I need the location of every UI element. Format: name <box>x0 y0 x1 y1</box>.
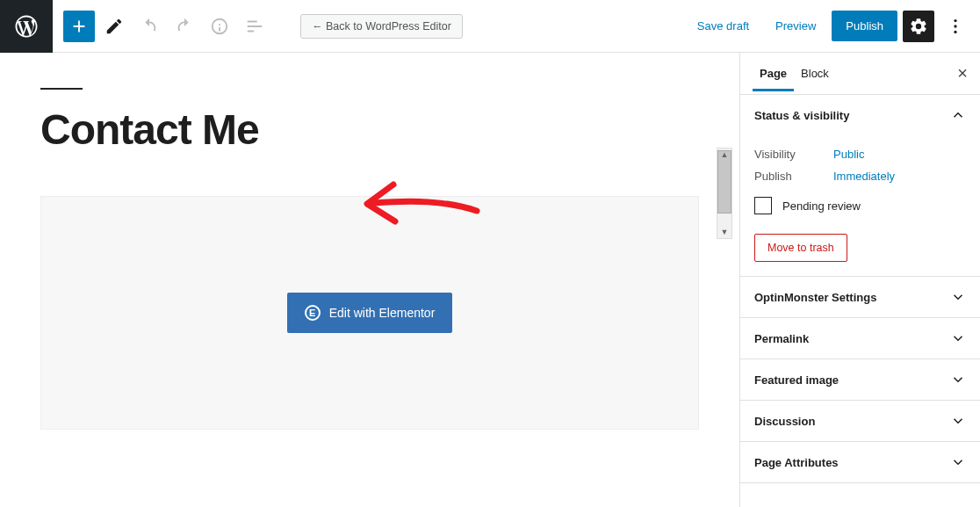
panel-title: Permalink <box>754 332 809 345</box>
panel-title: Featured image <box>754 373 839 387</box>
move-to-trash-button[interactable]: Move to trash <box>754 234 847 262</box>
chevron-down-icon <box>950 372 966 387</box>
tab-block[interactable]: Block <box>794 55 836 91</box>
svg-point-2 <box>954 30 956 33</box>
publish-button[interactable]: Publish <box>832 11 897 41</box>
edit-mode-button[interactable] <box>98 11 130 42</box>
toolbar-left: ← Back to WordPress Editor <box>53 11 463 42</box>
panel-title: Discussion <box>754 415 815 428</box>
panel-header-optinmonster[interactable]: OptinMonster Settings <box>740 277 980 317</box>
panel-featured-image: Featured image <box>740 359 980 401</box>
panel-title: Status & visibility <box>754 109 849 122</box>
panel-permalink: Permalink <box>740 318 980 359</box>
panel-title: Page Attributes <box>754 456 839 469</box>
list-view-button[interactable] <box>239 11 270 42</box>
vertical-scrollbar[interactable]: ▲ ▼ <box>717 148 732 239</box>
panel-body-status: Visibility Public Publish Immediately Pe… <box>740 135 980 276</box>
editor-canvas: Contact Me E Edit with Elementor ▲ ▼ <box>0 53 739 507</box>
pending-review-checkbox[interactable] <box>754 197 772 214</box>
panel-header-page-attributes[interactable]: Page Attributes <box>740 442 980 482</box>
preview-button[interactable]: Preview <box>765 12 826 40</box>
toolbar-right: Save draft Preview Publish <box>687 11 980 42</box>
chevron-down-icon <box>950 454 966 470</box>
elementor-placeholder: E Edit with Elementor <box>40 196 699 430</box>
redo-button[interactable] <box>169 11 200 42</box>
top-toolbar: ← Back to WordPress Editor Save draft Pr… <box>0 0 980 53</box>
scroll-down-icon[interactable]: ▼ <box>717 226 731 238</box>
panel-header-discussion[interactable]: Discussion <box>740 401 980 441</box>
scroll-up-icon[interactable]: ▲ <box>717 148 731 161</box>
chevron-down-icon <box>950 330 966 346</box>
tab-page[interactable]: Page <box>753 55 794 91</box>
panel-header-featured-image[interactable]: Featured image <box>740 359 980 400</box>
wordpress-logo[interactable] <box>0 0 53 53</box>
page-title[interactable]: Contact Me <box>40 105 699 154</box>
undo-button[interactable] <box>133 11 165 42</box>
elementor-icon: E <box>305 305 321 321</box>
pending-review-label: Pending review <box>782 199 861 213</box>
panel-header-permalink[interactable]: Permalink <box>740 318 980 359</box>
save-draft-button[interactable]: Save draft <box>687 12 760 40</box>
publish-label: Publish <box>754 170 833 183</box>
publish-value[interactable]: Immediately <box>833 170 895 183</box>
panel-status-visibility: Status & visibility Visibility Public Pu… <box>740 95 980 277</box>
chevron-up-icon <box>950 107 966 123</box>
edit-with-elementor-button[interactable]: E Edit with Elementor <box>287 293 453 333</box>
visibility-label: Visibility <box>754 148 833 161</box>
elementor-button-label: Edit with Elementor <box>329 306 436 320</box>
chevron-down-icon <box>950 289 966 305</box>
page-title-block[interactable]: Contact Me <box>40 88 699 154</box>
panel-optinmonster: OptinMonster Settings <box>740 277 980 318</box>
chevron-down-icon <box>950 413 966 429</box>
panel-page-attributes: Page Attributes <box>740 442 980 483</box>
visibility-value[interactable]: Public <box>833 148 864 161</box>
panel-title: OptinMonster Settings <box>754 291 876 304</box>
settings-button[interactable] <box>903 11 934 42</box>
pending-review-row[interactable]: Pending review <box>754 197 966 214</box>
settings-sidebar: Page Block × Status & visibility Visibil… <box>739 53 980 507</box>
close-sidebar-button[interactable]: × <box>957 63 968 83</box>
more-options-button[interactable] <box>940 11 971 42</box>
sidebar-tabs: Page Block × <box>740 53 980 95</box>
info-button[interactable] <box>204 11 235 42</box>
back-to-wp-editor-button[interactable]: ← Back to WordPress Editor <box>300 14 463 39</box>
panel-header-status[interactable]: Status & visibility <box>740 95 980 135</box>
add-block-button[interactable] <box>63 11 95 42</box>
panel-discussion: Discussion <box>740 401 980 442</box>
svg-point-0 <box>954 18 956 21</box>
title-rule <box>40 88 83 90</box>
svg-point-1 <box>954 25 956 27</box>
